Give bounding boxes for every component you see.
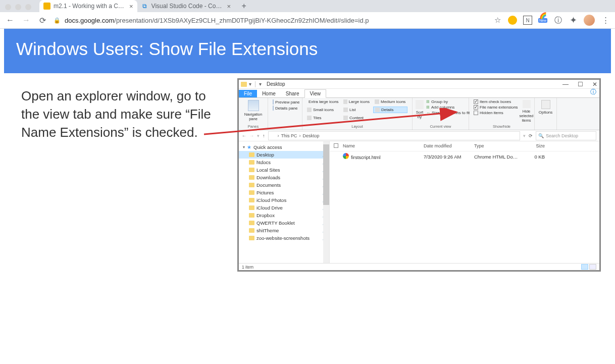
sidebar-item[interactable]: Desktop📌 [239,151,329,159]
extensions-icon[interactable]: ✦ [569,16,578,25]
hide-selected-icon [523,100,531,108]
layout-details[interactable]: Details [373,107,407,113]
sort-by-button[interactable]: Sort by [416,110,424,119]
slide-instruction: Open an explorer window, go to the view … [21,87,223,142]
details-view-button[interactable] [581,264,588,270]
layout-medium[interactable]: Medium icons [373,99,407,105]
folder-icon [249,205,254,210]
folder-icon [249,168,254,172]
col-type[interactable]: Type [474,143,520,149]
group-label-panes: Panes [242,124,265,129]
sidebar-item[interactable]: iCloud Photos📌 [239,196,329,204]
layout-extra-large[interactable]: Extra large icons [305,99,340,105]
group-label-showhide: Show/hide [472,124,531,129]
ribbon-view: Navigation pane Panes Preview pane Detai… [239,98,599,130]
sidebar-item[interactable]: Dropbox📌 [239,212,329,219]
minimize-icon[interactable]: — [562,81,569,88]
back-icon[interactable]: ← [5,15,15,25]
item-checkboxes-toggle[interactable]: Item check boxes [472,99,520,105]
reload-icon[interactable]: ⟳ [37,15,47,25]
nav-pane-button[interactable]: Navigation pane [242,112,265,121]
options-icon [541,100,550,109]
group-label-current: Current view [416,124,466,129]
file-name-extensions-toggle[interactable]: File name extensions [472,105,520,110]
crumb-desktop[interactable]: Desktop [303,133,320,138]
tab-vscode[interactable]: ⧉ Visual Studio Code - Code Edi × [137,0,235,12]
tab-file[interactable]: File [239,90,257,97]
sidebar-quick-access[interactable]: ▾ ★ Quick access [239,143,329,151]
explorer-statusbar: 1 item [239,263,599,270]
url-domain: docs.google.com [65,17,114,24]
info-icon[interactable]: ⓘ [553,16,562,25]
close-dot[interactable] [5,4,11,10]
size-columns-button[interactable]: ↔Size all columns to fit [425,110,471,116]
extension-icon[interactable]: New [538,16,547,25]
sidebar-item[interactable]: Documents📌 [239,181,329,189]
forward-icon[interactable]: → [21,15,31,25]
sidebar-item[interactable]: iCloud Drive📌 [239,204,329,212]
layout-content[interactable]: Content [342,115,371,121]
details-pane-icon [273,106,274,111]
new-tab-button[interactable]: + [239,1,249,11]
hidden-items-toggle[interactable]: Hidden items [472,110,520,116]
star-icon[interactable]: ☆ [493,16,502,25]
group-by-button[interactable]: ⊞Group by [425,99,471,105]
sidebar-item[interactable]: htdocs📌 [239,159,329,166]
address-bar: ← → ⟳ 🔒 docs.google.com/presentation/d/1… [0,12,615,29]
breadcrumb[interactable]: › This PC › Desktop [268,131,521,140]
tab-share[interactable]: Share [281,90,304,97]
chevron-down-icon[interactable]: ▾ [249,81,251,87]
details-pane-button[interactable]: Details pane [271,105,299,111]
close-icon[interactable]: × [227,3,231,10]
explorer-titlebar: ▾ ▾ Desktop — ☐ ✕ [239,80,599,89]
sidebar-item[interactable]: Downloads📌 [239,174,329,181]
explorer-window: ▾ ▾ Desktop — ☐ ✕ File Home Share View ⓘ… [237,78,601,272]
col-name[interactable]: Name [343,143,424,149]
profile-avatar[interactable] [584,15,595,26]
crumb-this-pc[interactable]: This PC [281,133,297,138]
col-size[interactable]: Size [520,143,545,149]
add-columns-button[interactable]: ⊞Add columns [425,105,471,110]
layout-small[interactable]: Small icons [305,107,340,113]
tab-slides[interactable]: m2.1 - Working with a Code Ed × [39,0,137,12]
minimize-dot[interactable] [15,4,21,10]
close-icon[interactable]: × [129,3,133,10]
refresh-icon[interactable]: ⟳ [529,133,533,138]
dropdown-icon[interactable]: ▾ [523,133,526,138]
select-all-checkbox[interactable] [334,143,338,148]
col-date[interactable]: Date modified [424,143,474,149]
sidebar-item[interactable]: Local Sites📌 [239,166,329,174]
navigation-pane-icon[interactable] [248,100,259,111]
file-list: Name Date modified Type Size firstscript… [330,141,599,263]
sidebar-item[interactable]: zoo-website-screenshots📌 [239,234,329,242]
up-icon[interactable]: ↑ [263,133,265,138]
maximize-icon[interactable]: ☐ [578,81,583,88]
large-icons-view-button[interactable] [589,264,596,270]
recent-icon[interactable]: ▾ [257,133,260,138]
search-input[interactable]: 🔍 Search Desktop [536,131,596,140]
sidebar-item[interactable]: Pictures📌 [239,189,329,196]
sidebar-item[interactable]: QWERTY Booklet📌 [239,219,329,227]
column-headers: Name Date modified Type Size [330,141,599,151]
chevron-down-icon: ▾ [243,145,245,149]
url-input[interactable]: 🔒 docs.google.com/presentation/d/1XSb9AX… [54,17,487,24]
toolbar-right: ☆ N New ⓘ ✦ ⋮ [493,15,610,26]
extension-icon[interactable] [508,16,517,25]
sidebar-item[interactable]: shitTheme📌 [239,227,329,234]
tab-home[interactable]: Home [257,90,281,97]
file-row[interactable]: firstscript.html7/3/2020 9:26 AMChrome H… [330,151,599,162]
tab-view[interactable]: View [304,89,327,98]
help-icon[interactable]: ⓘ [587,87,599,97]
layout-list[interactable]: List [342,107,371,113]
hide-selected-button[interactable]: Hide selected items [520,109,534,123]
layout-tiles[interactable]: Tiles [305,115,340,121]
forward-icon[interactable]: → [249,133,254,138]
preview-pane-button[interactable]: Preview pane [271,99,299,105]
extension-icon[interactable]: N [523,16,532,25]
sidebar-scrollbar[interactable] [323,141,329,263]
layout-large[interactable]: Large icons [342,99,371,105]
menu-icon[interactable]: ⋮ [601,16,610,25]
zoom-dot[interactable] [25,4,31,10]
back-icon[interactable]: ← [242,133,246,138]
options-button[interactable]: Options [538,110,553,115]
